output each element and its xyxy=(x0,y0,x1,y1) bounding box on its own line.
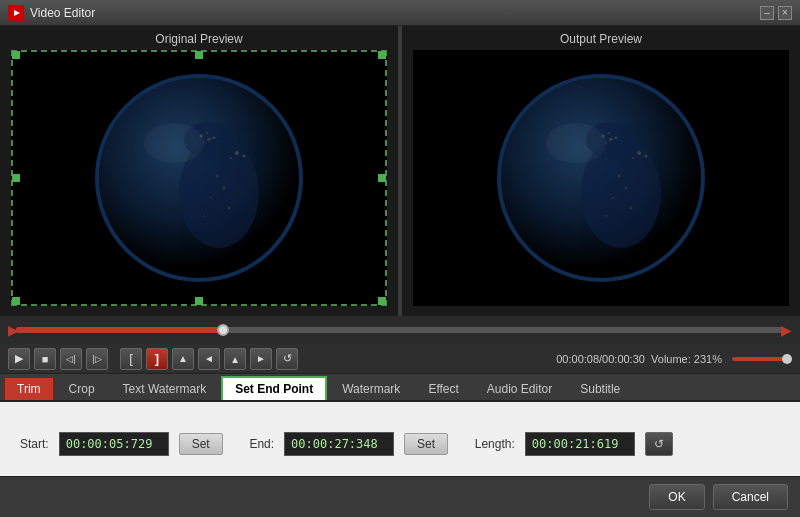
length-label: Length: xyxy=(475,437,515,451)
app-title: Video Editor xyxy=(30,6,760,20)
svg-point-21 xyxy=(144,123,204,163)
original-globe xyxy=(13,52,385,304)
tab-text-watermark[interactable]: Text Watermark xyxy=(110,377,220,400)
original-preview-label: Original Preview xyxy=(155,32,242,46)
end-label: End: xyxy=(249,437,274,451)
tab-subtitle[interactable]: Subtitle xyxy=(567,377,633,400)
prev-cut-button[interactable]: ◄ xyxy=(198,348,220,370)
close-button[interactable]: × xyxy=(778,6,792,20)
length-input xyxy=(525,432,635,456)
svg-point-41 xyxy=(546,123,606,163)
tab-crop[interactable]: Crop xyxy=(56,377,108,400)
start-input[interactable] xyxy=(59,432,169,456)
output-preview-pane: Output Preview xyxy=(402,26,800,316)
trim-panel: Start: Set End: Set Length: ↺ xyxy=(0,402,800,476)
titlebar: Video Editor – × xyxy=(0,0,800,26)
original-globe-svg xyxy=(89,68,309,288)
undo-button[interactable]: ↺ xyxy=(276,348,298,370)
tab-watermark[interactable]: Watermark xyxy=(329,377,413,400)
handle-bm[interactable] xyxy=(195,297,203,305)
split-button[interactable]: ▲ xyxy=(224,348,246,370)
stop-button[interactable]: ■ xyxy=(34,348,56,370)
ok-button[interactable]: OK xyxy=(649,484,704,510)
preview-area: Original Preview xyxy=(0,26,800,316)
timeline-thumb[interactable] xyxy=(217,324,229,336)
handle-tl[interactable] xyxy=(12,51,20,59)
prev-frame-button[interactable]: ◁| xyxy=(60,348,82,370)
tab-trim[interactable]: Trim xyxy=(4,377,54,400)
trim-fields: Start: Set End: Set Length: ↺ xyxy=(20,432,780,456)
handle-br[interactable] xyxy=(378,297,386,305)
tab-set-end-point[interactable]: Set End Point xyxy=(221,376,327,400)
output-globe xyxy=(413,50,789,306)
output-preview-frame xyxy=(413,50,789,306)
cancel-button[interactable]: Cancel xyxy=(713,484,788,510)
handle-mr[interactable] xyxy=(378,174,386,182)
minimize-button[interactable]: – xyxy=(760,6,774,20)
timeline-track[interactable] xyxy=(16,327,784,333)
timeline-end-marker: ▶ xyxy=(781,322,792,338)
volume-slider[interactable] xyxy=(732,357,792,361)
next-cut-button[interactable]: ► xyxy=(250,348,272,370)
tab-audio-editor[interactable]: Audio Editor xyxy=(474,377,565,400)
original-preview-pane: Original Preview xyxy=(0,26,398,316)
footer: OK Cancel xyxy=(0,476,800,516)
handle-tm[interactable] xyxy=(195,51,203,59)
timeline-area: ▶ ▶ xyxy=(0,316,800,344)
handle-bl[interactable] xyxy=(12,297,20,305)
handle-ml[interactable] xyxy=(12,174,20,182)
cut-button[interactable]: ▲ xyxy=(172,348,194,370)
handle-tr[interactable] xyxy=(378,51,386,59)
set-start-button[interactable]: [ xyxy=(120,348,142,370)
end-input[interactable] xyxy=(284,432,394,456)
next-frame-button[interactable]: |▷ xyxy=(86,348,108,370)
tab-effect[interactable]: Effect xyxy=(415,377,471,400)
controls-row: ▶ ■ ◁| |▷ [ ] ▲ ◄ ▲ ► ↺ 00:00:08/00:00:3… xyxy=(0,344,800,374)
original-preview-frame xyxy=(11,50,387,306)
window-controls: – × xyxy=(760,6,792,20)
output-preview-label: Output Preview xyxy=(560,32,642,46)
output-globe-svg xyxy=(491,68,711,288)
reset-button[interactable]: ↺ xyxy=(645,432,673,456)
play-button[interactable]: ▶ xyxy=(8,348,30,370)
tabs-row: Trim Crop Text Watermark Set End Point W… xyxy=(0,374,800,402)
app-icon xyxy=(8,5,24,21)
set-end-button[interactable]: ] xyxy=(146,348,168,370)
start-label: Start: xyxy=(20,437,49,451)
time-display: 00:00:08/00:00:30 Volume: 231% xyxy=(556,353,722,365)
set-end-button[interactable]: Set xyxy=(404,433,448,455)
timeline-progress xyxy=(16,327,223,333)
set-start-button[interactable]: Set xyxy=(179,433,223,455)
